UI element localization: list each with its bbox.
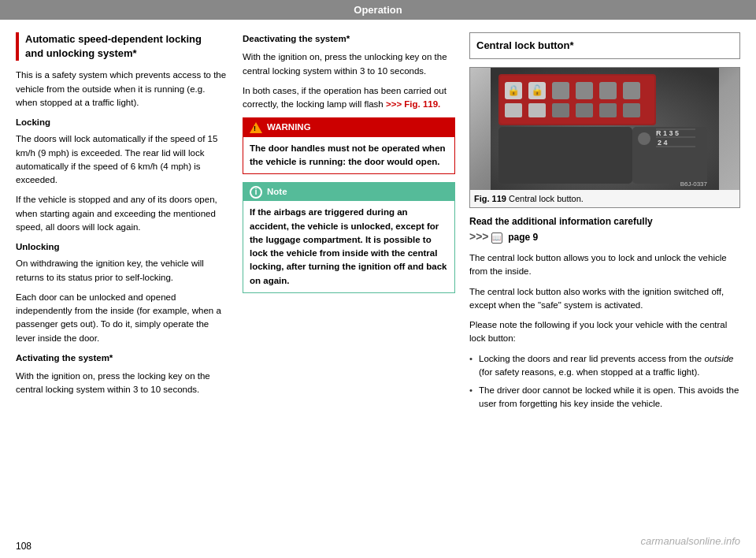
deactivating-text2: In both cases, if the operation has been… — [243, 84, 455, 112]
warning-triangle-icon: ! — [250, 122, 262, 133]
bullet1-italic: outside — [704, 354, 733, 363]
svg-rect-13 — [528, 103, 546, 117]
deactivating-heading: Deactivating the system* — [243, 32, 455, 46]
read-more-section: Read the additional information carefull… — [469, 214, 740, 245]
svg-text:R  1  3  5: R 1 3 5 — [656, 129, 679, 137]
figure-119-container: 🔒 🔓 — [469, 67, 740, 209]
unlocking-heading: Unlocking — [16, 240, 228, 254]
bullet-list: Locking the doors and rear lid prevents … — [469, 352, 740, 411]
warning-box: ! WARNING The door handles must not be o… — [243, 117, 455, 174]
svg-rect-10 — [599, 82, 617, 99]
bullet-item-1: Locking the doors and rear lid prevents … — [469, 352, 740, 380]
locking-heading: Locking — [16, 116, 228, 129]
svg-text:B6J-0337: B6J-0337 — [680, 180, 708, 188]
note-body: If the airbags are triggered during an a… — [243, 201, 454, 292]
figure-119-svg: 🔒 🔓 — [470, 68, 739, 190]
page: Operation Automatic speed-dependent lock… — [0, 0, 756, 558]
central-lock-text2: The central lock button also works with … — [469, 285, 740, 313]
read-more-page: page 9 — [508, 232, 538, 243]
note-icon: i — [250, 186, 262, 199]
note-label: Note — [267, 185, 287, 199]
central-lock-text3: Please note the following if you lock yo… — [469, 318, 740, 346]
locking-text2: If the vehicle is stopped and any of its… — [16, 193, 228, 234]
unlocking-text1: On withdrawing the ignition key, the veh… — [16, 257, 228, 285]
fig-caption-num: Fig. 119 — [474, 194, 506, 203]
svg-rect-9 — [576, 82, 593, 99]
bullet1-text: Locking the doors and rear lid prevents … — [479, 354, 702, 363]
header-label: Operation — [354, 4, 402, 16]
deactivating-text1: With the ignition on, press the unlockin… — [243, 50, 455, 78]
svg-rect-8 — [552, 82, 569, 99]
bullet2-text: The driver door cannot be locked while i… — [479, 385, 739, 408]
right-column: Central lock button* — [469, 32, 740, 416]
svg-text:🔒: 🔒 — [507, 84, 521, 97]
svg-rect-14 — [552, 103, 569, 117]
bullet-item-2: The driver door cannot be locked while i… — [469, 384, 740, 411]
header-bar: Operation — [0, 0, 756, 20]
svg-rect-12 — [505, 103, 522, 117]
svg-rect-11 — [623, 82, 640, 99]
svg-rect-25 — [498, 127, 632, 184]
svg-point-19 — [638, 132, 650, 145]
activating-heading: Activating the system* — [16, 352, 228, 365]
intro-text: This is a safety system which prevents a… — [16, 69, 228, 110]
watermark: carmanualsonline.info — [641, 535, 740, 547]
central-lock-title-box: Central lock button* — [469, 32, 740, 59]
svg-text:🔓: 🔓 — [531, 84, 544, 97]
note-header: i Note — [243, 183, 454, 201]
note-box: i Note If the airbags are triggered duri… — [243, 182, 455, 293]
auto-locking-box: Automatic speed-dependent locking and un… — [16, 32, 228, 61]
arrow-icon: >>> — [469, 230, 489, 243]
fig-caption-text: Central lock button. — [509, 194, 584, 203]
svg-rect-16 — [599, 103, 617, 117]
locking-text1: The doors will lock automatically if the… — [16, 132, 228, 187]
mid-column: Deactivating the system* With the igniti… — [243, 32, 455, 416]
svg-rect-17 — [623, 103, 640, 117]
warning-label: WARNING — [267, 121, 311, 134]
unlocking-text2: Each door can be unlocked and opened ind… — [16, 291, 228, 345]
read-more-line1: Read the additional information carefull… — [469, 214, 740, 229]
svg-text:2  4: 2 4 — [658, 139, 668, 147]
page-number: 108 — [16, 541, 32, 552]
auto-locking-title: Automatic speed-dependent locking and un… — [25, 32, 228, 61]
read-more-line2: >>> 📖 page 9 — [469, 229, 740, 245]
central-lock-title: Central lock button* — [476, 38, 733, 54]
book-icon: 📖 — [491, 232, 502, 244]
main-content: Automatic speed-dependent locking and un… — [0, 20, 756, 424]
bullet1-rest: (for safety reasons, e.g. when stopped a… — [479, 367, 699, 377]
left-column: Automatic speed-dependent locking and un… — [16, 32, 228, 416]
central-lock-text1: The central lock button allows you to lo… — [469, 251, 740, 279]
warning-body: The door handles must not be operated wh… — [243, 137, 454, 174]
fig-caption: Fig. 119 Central lock button. — [470, 190, 739, 208]
figure-119-image: 🔒 🔓 — [470, 68, 739, 190]
warning-header: ! WARNING — [243, 118, 454, 136]
fig-ref-inline: >>> Fig. 119. — [386, 99, 440, 109]
activating-text: With the ignition on, press the locking … — [16, 370, 228, 397]
svg-rect-15 — [576, 103, 593, 117]
